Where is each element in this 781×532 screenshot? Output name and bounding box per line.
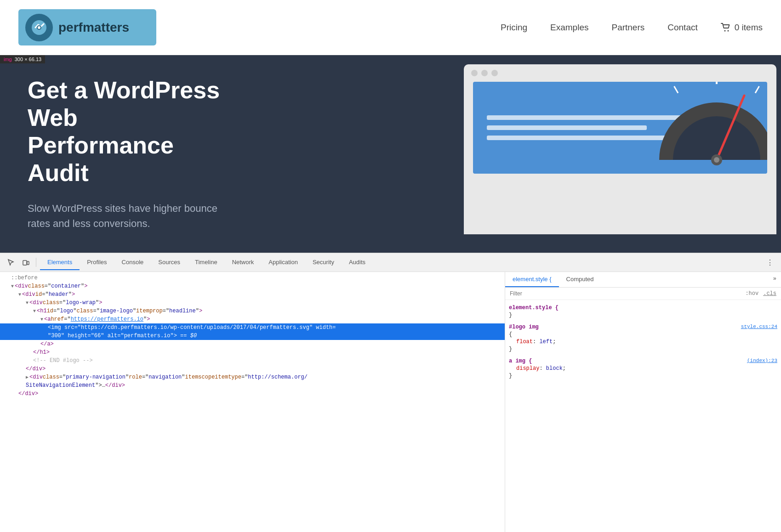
svg-rect-15	[23, 260, 27, 265]
dot-3	[491, 70, 498, 76]
browser-frame	[464, 64, 776, 234]
logo-box[interactable]: perfmatters	[18, 9, 156, 45]
svg-point-14	[714, 157, 719, 163]
image-tooltip: img 300 × 66.13	[0, 55, 45, 63]
tab-network[interactable]: Network	[225, 255, 262, 270]
tab-application[interactable]: Application	[261, 255, 305, 270]
svg-point-3	[724, 30, 725, 31]
tab-timeline[interactable]: Timeline	[188, 255, 225, 270]
logo-area: perfmatters	[18, 9, 156, 45]
triangle-container[interactable]	[11, 284, 14, 289]
inspect-button[interactable]	[5, 256, 17, 269]
dom-div-container[interactable]: <div class="container" >	[0, 282, 505, 290]
device-mode-button[interactable]	[19, 256, 32, 269]
dom-comment-logo[interactable]: <!-- END #logo -->	[0, 357, 505, 365]
img-badge: img	[4, 57, 12, 62]
dom-a-link[interactable]: <a href="https://perfmatters.io" >	[0, 315, 505, 323]
svg-line-9	[755, 86, 759, 93]
nav-pricing[interactable]: Pricing	[501, 23, 527, 33]
styles-tabs: element.style { Computed »	[505, 272, 781, 288]
devtools-tabs: Elements Profiles Console Sources Timeli…	[40, 255, 373, 270]
dom-close-div-header-inner[interactable]: </div>	[0, 390, 505, 398]
svg-point-4	[727, 30, 729, 31]
css-prop-float: float	[516, 339, 533, 345]
logo-icon	[25, 14, 53, 41]
styles-filter-input[interactable]	[510, 290, 741, 297]
logo-text: perfmatters	[58, 20, 129, 35]
browser-dots	[464, 64, 776, 82]
hero-visual	[450, 64, 781, 248]
hero-title: Get a WordPress Web Performance Audit	[28, 77, 225, 187]
tab-elements[interactable]: Elements	[40, 255, 80, 270]
dom-close-a[interactable]: </a>	[0, 340, 505, 348]
triangle-h1[interactable]	[33, 309, 36, 314]
main-nav: Pricing Examples Partners Contact 0 item…	[501, 23, 763, 33]
styles-tab-styles[interactable]: element.style {	[505, 272, 559, 287]
hero-subtitle: Slow WordPress sites have higher bounce …	[28, 201, 225, 231]
content-bar-2	[487, 125, 647, 130]
cls-button[interactable]: .cls	[763, 290, 776, 297]
styles-chevron[interactable]: »	[769, 272, 781, 287]
site-header: perfmatters Pricing Examples Partners Co…	[0, 0, 781, 55]
styles-content[interactable]: element.style { } #logo img style.css:24…	[505, 300, 781, 532]
hov-button[interactable]: :hov	[745, 290, 758, 297]
dom-div-logo-wrap[interactable]: <div class="logo-wrap" >	[0, 299, 505, 307]
dot-1	[471, 70, 478, 76]
css-selector-element: element.style {	[509, 305, 559, 311]
css-prop-display: display	[516, 365, 539, 372]
svg-rect-16	[27, 261, 29, 265]
triangle-a[interactable]	[40, 317, 43, 322]
devtools-body: ::before <div class="container" > <div i…	[0, 272, 781, 532]
cart-items: 0 items	[735, 23, 763, 33]
devtools-more-menu[interactable]: ⋮	[764, 256, 776, 269]
href-link[interactable]: https://perfmatters.io	[71, 316, 143, 323]
tab-audits[interactable]: Audits	[342, 255, 373, 270]
before-pseudo-text: ::before	[11, 275, 38, 281]
svg-line-7	[674, 86, 678, 93]
tab-sources[interactable]: Sources	[151, 255, 188, 270]
elements-panel[interactable]: ::before <div class="container" > <div i…	[0, 272, 505, 532]
dom-img-selected-1[interactable]: <img src="https://cdn.perfmatters.io/wp-…	[0, 323, 505, 332]
css-selector-logo-img: #logo img	[509, 324, 539, 330]
styles-filter-bar: :hov .cls	[505, 288, 781, 300]
hero-section: Get a WordPress Web Performance Audit Sl…	[0, 55, 781, 253]
dom-before-pseudo[interactable]: ::before	[0, 274, 505, 282]
css-rule-logo-img: #logo img style.css:24 { float: left; }	[509, 324, 777, 352]
dom-close-div-logowrap[interactable]: </div>	[0, 365, 505, 373]
css-rule-a-img: a img { (index):23 display: block; }	[509, 358, 777, 379]
styles-tab-computed[interactable]: Computed	[559, 272, 601, 287]
triangle-logo-wrap[interactable]	[26, 300, 29, 306]
css-selector-a-img: a img {	[509, 358, 532, 364]
devtools-toolbar: Elements Profiles Console Sources Timeli…	[0, 253, 781, 272]
toolbar-separator	[36, 258, 36, 267]
nav-contact[interactable]: Contact	[667, 23, 697, 33]
triangle-nav[interactable]	[26, 374, 29, 380]
tab-security[interactable]: Security	[305, 255, 342, 270]
styles-panel: element.style { Computed » :hov .cls ele…	[505, 272, 781, 532]
nav-examples[interactable]: Examples	[550, 23, 588, 33]
dom-div-primary-nav-cont[interactable]: SiteNavigationElement">…</div>	[0, 381, 505, 390]
dom-img-selected-2[interactable]: "300" height="66" alt="perfmatters.io"> …	[0, 332, 505, 340]
speedometer	[652, 82, 767, 174]
dom-div-header[interactable]: <div id="header" >	[0, 290, 505, 299]
hero-text-area: Get a WordPress Web Performance Audit Sl…	[0, 58, 253, 249]
css-rule-element-style: element.style { }	[509, 305, 777, 318]
triangle-header[interactable]	[18, 292, 21, 297]
dom-div-primary-nav[interactable]: <div class="primary-navigation" role="na…	[0, 373, 505, 381]
css-source-a-img[interactable]: (index):23	[747, 358, 777, 363]
dom-h1-logo[interactable]: <h1 id="logo" class="image-logo" itempro…	[0, 307, 505, 315]
img-dimensions: 300 × 66.13	[15, 57, 41, 62]
cart-button[interactable]: 0 items	[721, 23, 763, 33]
dom-close-h1[interactable]: </h1>	[0, 348, 505, 357]
browser-content	[473, 82, 767, 174]
tab-profiles[interactable]: Profiles	[80, 255, 114, 270]
tab-console[interactable]: Console	[114, 255, 151, 270]
dot-2	[481, 70, 488, 76]
devtools-panel: Elements Profiles Console Sources Timeli…	[0, 253, 781, 532]
nav-partners[interactable]: Partners	[611, 23, 644, 33]
css-source-logo-img[interactable]: style.css:24	[741, 324, 777, 329]
svg-point-2	[38, 26, 40, 29]
